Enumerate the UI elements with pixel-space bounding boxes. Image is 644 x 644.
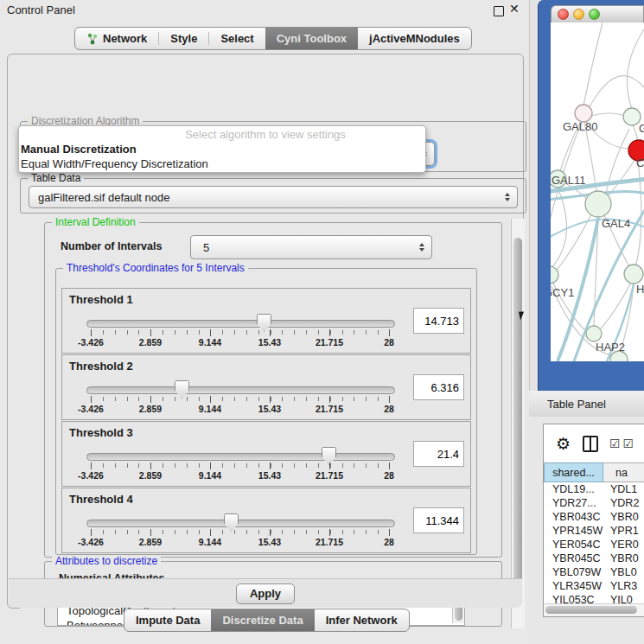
combo-stepper-icon — [416, 243, 428, 252]
cell: YBR0 — [603, 552, 644, 565]
tick-label: 21.715 — [316, 470, 343, 481]
settings-scrollbar[interactable] — [511, 219, 525, 628]
slider-ticks — [91, 330, 390, 335]
table-row[interactable]: YBR043CYBR0 — [544, 510, 644, 524]
gear-icon[interactable]: ⚙ — [556, 434, 571, 454]
slider-thumb[interactable] — [224, 513, 239, 532]
tick-label: 15.43 — [258, 404, 281, 414]
node-label: GCY1 — [551, 286, 574, 299]
split-columns-icon[interactable] — [583, 436, 598, 452]
tick-label: 15.43 — [258, 537, 281, 547]
node-hap2[interactable] — [586, 326, 602, 341]
node-label: H — [636, 283, 644, 296]
network-canvas[interactable]: GAL80 GA C GAL11 GAL4 GCY1 H HAP2 — [551, 22, 644, 361]
mac-close-button[interactable] — [558, 9, 569, 20]
node-h[interactable] — [624, 265, 643, 284]
table-row[interactable]: YPR145WYPR1 — [544, 524, 644, 538]
table-panel-titlebar: Table Panel — [529, 391, 644, 418]
cyni-toolbox-panel: Discretization Algorithm Select algorith… — [7, 54, 524, 609]
cell: YBR045C — [544, 552, 603, 565]
table-row[interactable]: YBL079WYBL0 — [544, 565, 644, 579]
thresholds-coordinates-group: Threshold's Coordinates for 5 Intervals … — [55, 268, 477, 555]
dropdown-option-manual-discretization[interactable]: Manual Discretization — [19, 142, 425, 156]
scrollbar-thumb[interactable] — [513, 238, 522, 604]
node-label: HAP2 — [596, 341, 625, 354]
apply-bar: Apply — [9, 578, 522, 608]
node-gal80[interactable] — [575, 105, 592, 122]
network-window-titlebar[interactable] — [551, 5, 644, 22]
cell: YBR0 — [603, 510, 644, 524]
node-label: GAL11 — [552, 174, 586, 187]
settings-scrollpane: Interval Definition Number of Intervals … — [20, 219, 525, 628]
network-icon — [86, 33, 99, 45]
cell: YDL19... — [544, 482, 603, 496]
threshold-4-slider[interactable] — [86, 520, 395, 527]
slider-ticks — [91, 530, 390, 534]
number-of-intervals-combobox[interactable]: 5 — [190, 235, 432, 259]
cell: YDR2 — [603, 496, 644, 510]
tab-impute-data[interactable]: Impute Data — [124, 609, 211, 631]
threshold-3-slider[interactable] — [86, 453, 395, 461]
table-row[interactable]: YLR345WYLR3 — [544, 579, 644, 593]
tab-infer-network[interactable]: Infer Network — [315, 609, 409, 631]
tick-label: -3.426 — [78, 337, 104, 348]
tab-impute-data-label: Impute Data — [136, 614, 200, 627]
threshold-4-value-field[interactable] — [413, 507, 464, 533]
node-top-right[interactable] — [623, 108, 641, 125]
network-graph: GAL80 GA C GAL11 GAL4 GCY1 H HAP2 — [551, 22, 644, 361]
cell: YPR1 — [603, 524, 644, 538]
cell: YBR043C — [544, 510, 603, 524]
select-all-checkbox-icon[interactable]: ☑ — [609, 437, 621, 450]
table-row[interactable]: YDR27...YDR2 — [544, 496, 644, 510]
apply-button-label: Apply — [250, 587, 281, 600]
node-label: GAL4 — [602, 217, 630, 230]
dropdown-option-equal-width-frequency[interactable]: Equal Width/Frequency Discretization — [19, 156, 425, 171]
tick-label: -3.426 — [78, 470, 104, 481]
threshold-1-slider[interactable] — [86, 320, 395, 328]
scrollbar-thumb[interactable] — [545, 606, 637, 614]
tick-label: 9.144 — [199, 537, 221, 547]
tab-jactivemnodules-label: jActiveMNodules — [369, 32, 460, 45]
mac-minimize-button[interactable] — [573, 9, 584, 20]
cell: YDR27... — [544, 496, 603, 510]
cell: YLR3 — [603, 579, 644, 593]
table-row[interactable]: YER054CYER0 — [544, 538, 644, 552]
tab-cyni-toolbox[interactable]: Cyni Toolbox — [265, 28, 358, 49]
node-table: ⚙ ☑ ☑ shared... na YDL19...YDL1 YDR27...… — [543, 424, 644, 617]
threshold-2-slider[interactable] — [86, 386, 395, 394]
application-window: Control Panel ✕ Network Style Select Cyn… — [0, 0, 644, 644]
threshold-2-panel: Threshold 2 -3.426 2.859 9.144 15.43 21.… — [61, 354, 471, 420]
apply-button[interactable]: Apply — [236, 583, 295, 604]
tick-label: 2.859 — [139, 537, 162, 547]
select-all-checkbox-icon[interactable]: ☑ — [623, 437, 634, 450]
tab-jactivemnodules[interactable]: jActiveMNodules — [358, 28, 471, 49]
tab-cyni-toolbox-label: Cyni Toolbox — [277, 32, 347, 45]
tab-select-label: Select — [220, 32, 253, 45]
close-icon[interactable]: ✕ — [509, 2, 520, 16]
column-header-name[interactable]: na — [603, 462, 644, 482]
threshold-4-panel: Threshold 4 -3.426 2.859 9.144 15.43 21.… — [61, 488, 471, 553]
tab-network[interactable]: Network — [75, 28, 158, 49]
combo-value: 5 — [191, 241, 416, 254]
tick-label: 28 — [384, 404, 394, 414]
table-row[interactable]: YDL19...YDL1 — [544, 482, 644, 496]
tab-style[interactable]: Style — [159, 28, 208, 49]
panel-title: Control Panel — [7, 3, 75, 16]
tick-label: -3.426 — [78, 537, 104, 547]
tab-discretize-data[interactable]: Discretize Data — [211, 609, 314, 631]
tab-select[interactable]: Select — [209, 28, 265, 49]
tick-label: -3.426 — [78, 404, 104, 414]
node-gal4[interactable] — [585, 191, 611, 217]
table-row[interactable]: YBR045CYBR0 — [544, 552, 644, 565]
column-header-shared-name[interactable]: shared... — [544, 462, 603, 482]
table-horizontal-scrollbar[interactable] — [544, 603, 644, 616]
slider-thumb[interactable] — [175, 380, 189, 399]
tick-label: 28 — [384, 337, 394, 348]
float-window-icon[interactable] — [494, 6, 504, 16]
threshold-2-value-field[interactable] — [413, 374, 464, 400]
table-data-combobox[interactable]: galFiltered.sif default node — [29, 186, 518, 208]
tab-network-label: Network — [103, 32, 147, 45]
threshold-3-value-field[interactable] — [413, 441, 464, 467]
mac-zoom-button[interactable] — [589, 9, 600, 20]
threshold-1-value-field[interactable] — [413, 308, 464, 334]
